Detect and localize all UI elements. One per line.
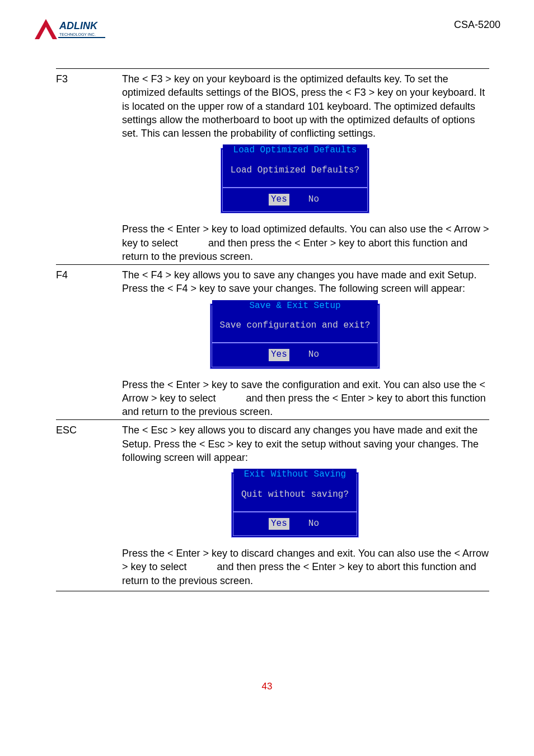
page-number: 43	[34, 681, 500, 692]
dialog-buttons: Yes No	[223, 188, 367, 212]
f4-para2: Press the < Enter > key to save the conf…	[101, 378, 489, 419]
key-label-f3: F3	[56, 72, 101, 263]
logo: ADLINK TECHNOLOGY INC.	[34, 17, 106, 46]
dialog-body: Load Optimized Defaults?	[223, 157, 367, 188]
f3-para2: Press the < Enter > key to load optimize…	[101, 222, 489, 263]
key-label-esc: ESC	[56, 423, 101, 587]
svg-text:TECHNOLOGY INC.: TECHNOLOGY INC.	[59, 32, 96, 36]
dialog-body: Save configuration and exit?	[212, 312, 378, 343]
dialog-no-button[interactable]: No	[306, 518, 321, 530]
body-f3: The < F3 > key on your keyboard is the o…	[101, 72, 489, 263]
dialog-buttons: Yes No	[212, 343, 378, 367]
dialog-body: Quit without saving?	[233, 481, 357, 512]
dialog-exit-without-saving: Exit Without Saving Quit without saving?…	[231, 472, 359, 538]
page-header: ADLINK TECHNOLOGY INC. CSA-5200	[34, 17, 500, 46]
dialog-yes-button[interactable]: Yes	[269, 349, 289, 361]
dialog-yes-button[interactable]: Yes	[269, 518, 289, 530]
esc-para2: Press the < Enter > key to discard chang…	[101, 547, 489, 587]
key-label-f4: F4	[56, 268, 101, 418]
dialog-no-button[interactable]: No	[306, 194, 321, 206]
f3-dialog-wrap: Load Optimized Defaults Load Optimized D…	[101, 148, 489, 213]
f3-para1: The < F3 > key on your keyboard is the o…	[101, 72, 489, 140]
dialog-save-exit: Save & Exit Setup Save configuration and…	[210, 304, 381, 369]
dialog-title: Exit Without Saving	[233, 469, 357, 481]
dialog-load-optimized-defaults: Load Optimized Defaults Load Optimized D…	[221, 148, 369, 213]
dialog-buttons: Yes No	[233, 512, 357, 536]
document-id: CSA-5200	[454, 19, 500, 31]
svg-text:ADLINK: ADLINK	[59, 20, 99, 31]
svg-marker-0	[35, 19, 57, 39]
dialog-no-button[interactable]: No	[306, 349, 321, 361]
content-area: F3 The < F3 > key on your keyboard is th…	[56, 68, 489, 591]
svg-rect-3	[58, 37, 105, 38]
dialog-title: Load Optimized Defaults	[223, 144, 367, 157]
row-f3: F3 The < F3 > key on your keyboard is th…	[56, 68, 489, 263]
f4-para1: The < F4 > key allows you to save any ch…	[101, 268, 489, 296]
body-esc: The < Esc > key allows you to discard an…	[101, 423, 489, 587]
esc-para1: The < Esc > key allows you to discard an…	[101, 423, 489, 464]
f4-dialog-wrap: Save & Exit Setup Save configuration and…	[101, 304, 489, 369]
dialog-title: Save & Exit Setup	[212, 300, 378, 312]
row-esc: ESC The < Esc > key allows you to discar…	[56, 419, 489, 591]
esc-dialog-wrap: Exit Without Saving Quit without saving?…	[101, 472, 489, 538]
body-f4: The < F4 > key allows you to save any ch…	[101, 268, 489, 418]
dialog-yes-button[interactable]: Yes	[269, 194, 289, 206]
row-f4: F4 The < F4 > key allows you to save any…	[56, 264, 489, 418]
